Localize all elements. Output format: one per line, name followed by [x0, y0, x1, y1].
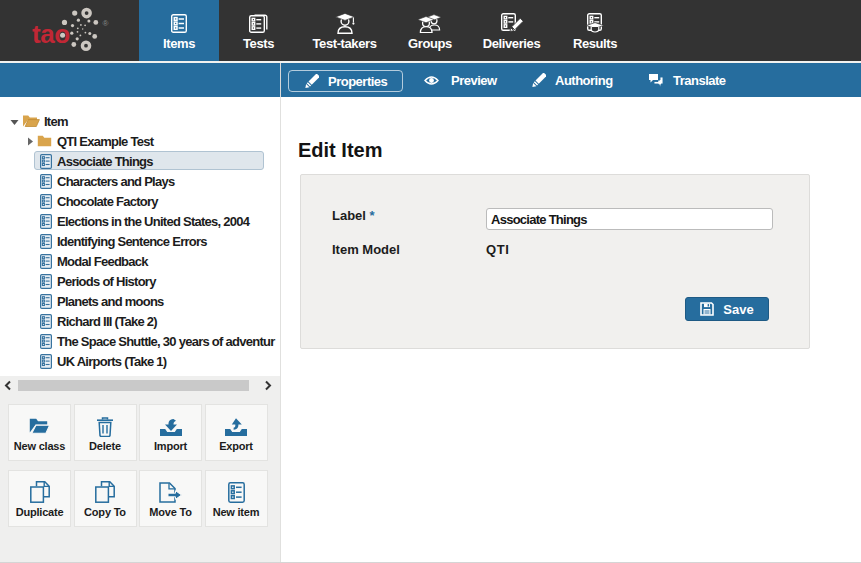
svg-text:®: ®	[103, 19, 109, 28]
